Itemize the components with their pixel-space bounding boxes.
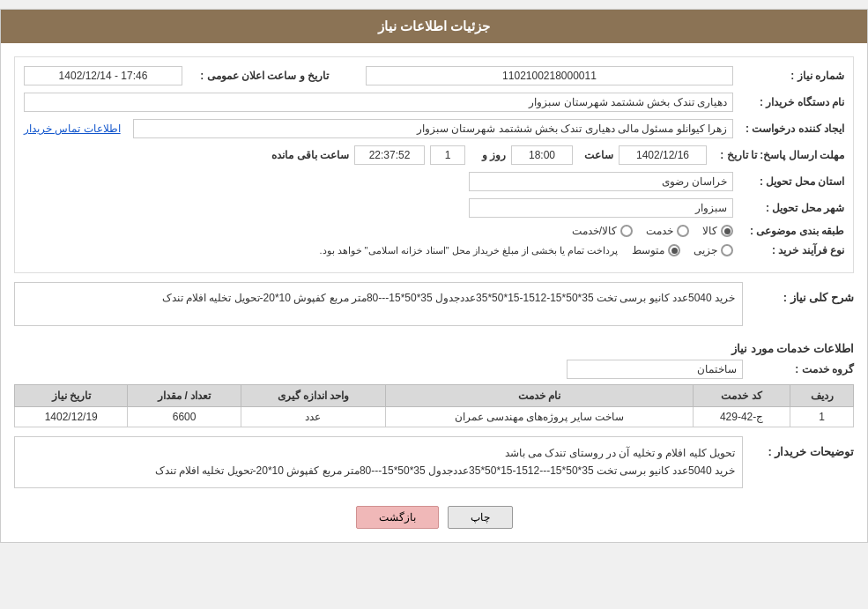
- col-name: نام خدمت: [386, 385, 694, 407]
- category-khadamat-radio[interactable]: [677, 225, 689, 237]
- creator-value: زهرا کیوانلو مسئول مالی دهیاری تندک بخش …: [133, 119, 733, 138]
- category-kala-khadamat-label: کالا/خدمت: [572, 225, 617, 237]
- table-header-row: ردیف کد خدمت نام خدمت واحد اندازه گیری ت…: [15, 385, 854, 407]
- col-unit: واحد اندازه گیری: [241, 385, 385, 407]
- public-date-value: 1402/12/14 - 17:46: [24, 66, 182, 85]
- category-kala-item: کالا: [702, 225, 733, 237]
- contact-link[interactable]: اطلاعات تماس خریدار: [24, 123, 121, 135]
- process-radio-group: جزیی متوسط: [632, 244, 733, 256]
- date-value: 1402/12/16: [619, 145, 707, 165]
- cell-col-date: 1402/12/19: [15, 407, 128, 427]
- process-note: پرداخت تمام یا بخشی از مبلغ خریداز محل "…: [319, 245, 618, 256]
- process-motavasset-label: متوسط: [632, 244, 664, 256]
- table-body: 1ج-42-429ساخت سایر پروژه‌های مهندسی عمرا…: [15, 407, 854, 427]
- buttons-row: چاپ بازگشت: [14, 506, 854, 529]
- row-creator: ایجاد کننده درخواست : زهرا کیوانلو مسئول…: [24, 119, 844, 138]
- creator-label: ایجاد کننده درخواست :: [738, 123, 844, 135]
- remaining-value: 22:37:52: [354, 145, 425, 165]
- category-radio-group: کالا خدمت کالا/خدمت: [572, 225, 733, 237]
- category-label: طبقه بندی موضوعی :: [738, 225, 844, 237]
- services-info-title: اطلاعات خدمات مورد نیاز: [14, 342, 854, 355]
- page-title: جزئیات اطلاعات نیاز: [378, 19, 490, 33]
- city-value: سبزوار: [469, 198, 733, 218]
- row-province: استان محل تحویل : خراسان رضوی: [24, 172, 844, 191]
- services-table-section: ردیف کد خدمت نام خدمت واحد اندازه گیری ت…: [14, 384, 854, 427]
- col-row: ردیف: [790, 385, 854, 407]
- process-jazii-label: جزیی: [694, 244, 717, 256]
- category-kala-khadamat-radio[interactable]: [620, 225, 633, 237]
- row-need-number: شماره نیاز : 1102100218000011 تاریخ و سا…: [24, 66, 844, 85]
- day-value: 1: [430, 145, 465, 165]
- buyer-note-label: توضیحات خریدار :: [748, 445, 854, 458]
- row-city: شهر محل تحویل : سبزوار: [24, 198, 844, 218]
- form-section-top: شماره نیاز : 1102100218000011 تاریخ و سا…: [14, 56, 854, 273]
- group-service-label: گروه خدمت :: [748, 363, 854, 375]
- col-date: تاریخ نیاز: [15, 385, 128, 407]
- time-value: 18:00: [511, 145, 573, 165]
- general-desc-label: شرح کلی نیاز :: [748, 291, 854, 304]
- group-service-value: ساختمان: [567, 360, 743, 379]
- page-wrapper: جزئیات اطلاعات نیاز شماره نیاز : 1102100…: [0, 9, 868, 543]
- category-khadamat-label: خدمت: [646, 225, 673, 237]
- province-label: استان محل تحویل :: [738, 175, 844, 188]
- day-label: روز و: [471, 149, 506, 161]
- cell-col-quantity: 6600: [128, 407, 241, 427]
- buyer-org-label: نام دستگاه خریدار :: [738, 96, 844, 108]
- remaining-label: ساعت باقی مانده: [270, 149, 349, 161]
- row-process: نوع فرآیند خرید : جزیی متوسط پرداخت تمام…: [24, 244, 844, 256]
- reply-deadline-label: مهلت ارسال پاسخ: تا تاریخ :: [712, 149, 844, 161]
- process-motavasset-radio[interactable]: [668, 244, 680, 256]
- province-value: خراسان رضوی: [469, 172, 733, 191]
- page-header: جزئیات اطلاعات نیاز: [1, 10, 867, 43]
- row-category: طبقه بندی موضوعی : کالا خدمت کالا/خدمت: [24, 225, 844, 237]
- cell-col-code: ج-42-429: [693, 407, 790, 427]
- row-buyer-note: توضیحات خریدار : تحویل کلیه افلام و تخلی…: [14, 436, 854, 497]
- row-general-desc: شرح کلی نیاز : خرید 5040عدد کانیو برسی ت…: [14, 282, 854, 333]
- table-row: 1ج-42-429ساخت سایر پروژه‌های مهندسی عمرا…: [15, 407, 854, 427]
- row-buyer-org: نام دستگاه خریدار : دهیاری تندک بخش ششتم…: [24, 93, 844, 112]
- print-button[interactable]: چاپ: [448, 506, 513, 529]
- need-number-label: شماره نیاز :: [738, 70, 844, 82]
- services-table: ردیف کد خدمت نام خدمت واحد اندازه گیری ت…: [14, 384, 854, 427]
- buyer-org-value: دهیاری تندک بخش ششتمد شهرستان سبزوار: [24, 93, 733, 112]
- cell-col-row: 1: [790, 407, 854, 427]
- category-kala-radio[interactable]: [721, 225, 733, 237]
- public-date-label: تاریخ و ساعت اعلان عمومی :: [188, 70, 329, 82]
- row-group-service: گروه خدمت : ساختمان: [14, 360, 854, 379]
- general-desc-value: خرید 5040عدد کانیو برسی تخت 35*50*15-151…: [14, 282, 743, 326]
- row-reply-deadline: مهلت ارسال پاسخ: تا تاریخ : 1402/12/16 س…: [24, 145, 844, 165]
- buyer-note-value: تحویل کلیه افلام و تخلیه آن در روستای تن…: [14, 436, 743, 488]
- col-code: کد خدمت: [693, 385, 790, 407]
- category-kala-label: کالا: [702, 225, 717, 237]
- process-jazii-radio[interactable]: [721, 244, 733, 256]
- col-quantity: تعداد / مقدار: [128, 385, 241, 407]
- time-label: ساعت: [578, 149, 613, 161]
- process-label: نوع فرآیند خرید :: [738, 244, 844, 256]
- cell-col-name: ساخت سایر پروژه‌های مهندسی عمران: [386, 407, 694, 427]
- category-khadamat-item: خدمت: [646, 225, 689, 237]
- process-jazii-item: جزیی: [694, 244, 733, 256]
- main-content: شماره نیاز : 1102100218000011 تاریخ و سا…: [1, 43, 867, 542]
- back-button[interactable]: بازگشت: [356, 506, 439, 529]
- category-kala-khadamat-item: کالا/خدمت: [572, 225, 633, 237]
- need-number-value: 1102100218000011: [366, 66, 733, 85]
- city-label: شهر محل تحویل :: [738, 202, 844, 214]
- process-motavasset-item: متوسط: [632, 244, 680, 256]
- cell-col-unit: عدد: [241, 407, 385, 427]
